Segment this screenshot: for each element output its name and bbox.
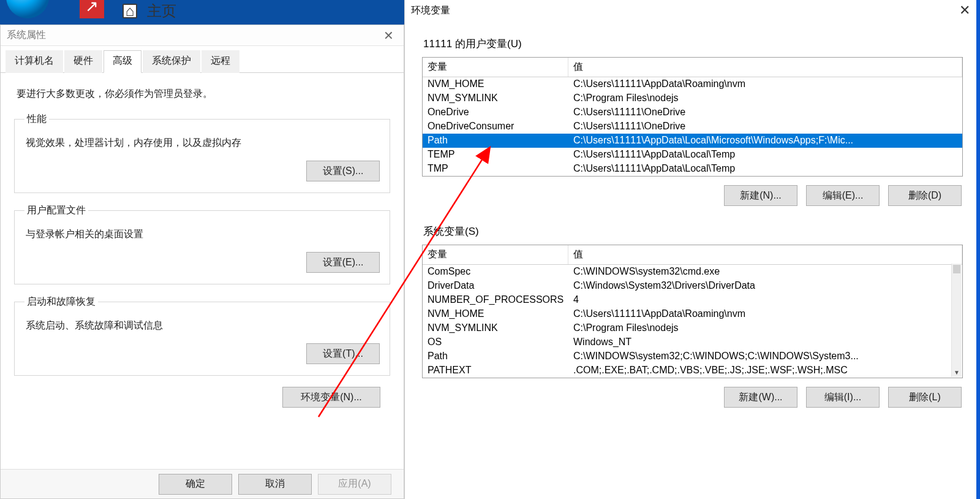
sysprop-tabs: 计算机名 硬件 高级 系统保护 远程 bbox=[1, 46, 404, 73]
sys-edit-button[interactable]: 编辑(I)... bbox=[806, 387, 880, 408]
table-row[interactable]: NUMBER_OF_PROCESSORS4 bbox=[423, 293, 951, 307]
val-cell: C:\Users\11111\AppData\Roaming\nvm bbox=[568, 307, 951, 321]
val-cell: 4 bbox=[568, 293, 951, 307]
var-cell: DriverData bbox=[423, 279, 568, 293]
scroll-down-icon[interactable]: ▼ bbox=[952, 367, 962, 377]
val-cell: C:\Program Files\nodejs bbox=[568, 91, 962, 105]
val-cell: C:\Users\11111\AppData\Local\Temp bbox=[568, 162, 962, 176]
right-window-border bbox=[976, 0, 980, 499]
table-row[interactable]: NVM_SYMLINKC:\Program Files\nodejs bbox=[423, 321, 951, 335]
sys-delete-button[interactable]: 删除(L) bbox=[888, 387, 962, 408]
var-cell: Path bbox=[423, 134, 568, 148]
profiles-group: 用户配置文件 与登录帐户相关的桌面设置 设置(E)... bbox=[14, 204, 390, 284]
user-edit-button[interactable]: 编辑(E)... bbox=[806, 185, 880, 206]
table-row[interactable]: OSWindows_NT bbox=[423, 335, 951, 349]
startup-desc: 系统启动、系统故障和调试信息 bbox=[26, 319, 380, 332]
performance-desc: 视觉效果，处理器计划，内存使用，以及虚拟内存 bbox=[26, 137, 380, 150]
system-properties-dialog: 系统属性 ✕ 计算机名 硬件 高级 系统保护 远程 要进行大多数更改，你必须作为… bbox=[0, 25, 404, 499]
var-cell: TEMP bbox=[423, 148, 568, 162]
environment-variables-button[interactable]: 环境变量(N)... bbox=[282, 387, 380, 408]
tab-advanced[interactable]: 高级 bbox=[104, 50, 141, 73]
profiles-legend: 用户配置文件 bbox=[24, 204, 88, 217]
var-cell: NVM_HOME bbox=[423, 77, 568, 91]
table-row[interactable]: ComSpecC:\WINDOWS\system32\cmd.exe bbox=[423, 265, 951, 279]
table-row[interactable]: NVM_HOMEC:\Users\11111\AppData\Roaming\n… bbox=[423, 77, 962, 91]
val-cell: C:\WINDOWS\system32\cmd.exe bbox=[568, 265, 951, 279]
environment-variables-dialog: 环境变量 ✕ 11111 的用户变量(U) 变量 值 NVM_HOMEC:\Us… bbox=[404, 0, 980, 499]
var-cell: ComSpec bbox=[423, 265, 568, 279]
val-cell: .COM;.EXE;.BAT;.CMD;.VBS;.VBE;.JS;.JSE;.… bbox=[568, 364, 951, 378]
startup-group: 启动和故障恢复 系统启动、系统故障和调试信息 设置(T)... bbox=[14, 295, 390, 376]
profiles-settings-button[interactable]: 设置(E)... bbox=[306, 252, 380, 273]
table-row[interactable]: NVM_SYMLINKC:\Program Files\nodejs bbox=[423, 91, 962, 105]
user-vars-label: 11111 的用户变量(U) bbox=[423, 37, 963, 51]
startup-settings-button[interactable]: 设置(T)... bbox=[306, 343, 380, 364]
var-cell: OneDrive bbox=[423, 105, 568, 120]
table-row[interactable]: PathC:\Users\11111\AppData\Local\Microso… bbox=[423, 134, 962, 148]
env-close-icon[interactable]: ✕ bbox=[956, 2, 974, 18]
var-cell: Path bbox=[423, 349, 568, 364]
performance-group: 性能 视觉效果，处理器计划，内存使用，以及虚拟内存 设置(S)... bbox=[14, 113, 390, 193]
val-cell: C:\Users\11111\OneDrive bbox=[568, 105, 962, 120]
table-row[interactable]: NVM_HOMEC:\Users\11111\AppData\Roaming\n… bbox=[423, 307, 951, 321]
user-vars-list[interactable]: 变量 值 NVM_HOMEC:\Users\11111\AppData\Roam… bbox=[422, 57, 963, 177]
performance-legend: 性能 bbox=[24, 113, 49, 126]
profiles-desc: 与登录帐户相关的桌面设置 bbox=[26, 228, 380, 241]
var-cell: TMP bbox=[423, 162, 568, 176]
tab-hardware[interactable]: 硬件 bbox=[64, 50, 102, 73]
env-title: 环境变量 bbox=[411, 4, 450, 17]
ok-button[interactable]: 确定 bbox=[159, 474, 232, 495]
home-icon: ⌂ bbox=[123, 4, 137, 18]
val-cell: C:\Users\11111\AppData\Roaming\nvm bbox=[568, 77, 962, 91]
edge-browser-icon bbox=[6, 0, 49, 18]
user-new-button[interactable]: 新建(N)... bbox=[724, 185, 797, 206]
sys-vars-list[interactable]: 变量 值 ComSpecC:\WINDOWS\system32\cmd.exeD… bbox=[422, 245, 963, 378]
var-cell: NUMBER_OF_PROCESSORS bbox=[423, 293, 568, 307]
cancel-button[interactable]: 取消 bbox=[238, 474, 312, 495]
tab-computer-name[interactable]: 计算机名 bbox=[6, 50, 63, 73]
var-cell: PATHEXT bbox=[423, 364, 568, 378]
sysprop-title: 系统属性 bbox=[7, 29, 46, 42]
val-cell: C:\Program Files\nodejs bbox=[568, 321, 951, 335]
val-cell: C:\Windows\System32\Drivers\DriverData bbox=[568, 279, 951, 293]
sys-vars-label: 系统变量(S) bbox=[423, 224, 963, 238]
col-val-header-sys[interactable]: 值 bbox=[568, 245, 962, 264]
table-row[interactable]: PATHEXT.COM;.EXE;.BAT;.CMD;.VBS;.VBE;.JS… bbox=[423, 364, 951, 378]
user-delete-button[interactable]: 删除(D) bbox=[888, 185, 962, 206]
var-cell: OS bbox=[423, 335, 568, 349]
table-row[interactable]: DriverDataC:\Windows\System32\Drivers\Dr… bbox=[423, 279, 951, 293]
sysprop-footer: 确定 取消 应用(A) bbox=[1, 469, 404, 498]
var-cell: OneDriveConsumer bbox=[423, 120, 568, 134]
sys-new-button[interactable]: 新建(W)... bbox=[724, 387, 797, 408]
var-cell: NVM_SYMLINK bbox=[423, 321, 568, 335]
val-cell: C:\Users\11111\AppData\Local\Microsoft\W… bbox=[568, 134, 962, 148]
tab-system-protection[interactable]: 系统保护 bbox=[143, 50, 200, 73]
scroll-thumb[interactable] bbox=[953, 265, 960, 273]
table-row[interactable]: TEMPC:\Users\11111\AppData\Local\Temp bbox=[423, 148, 962, 162]
col-var-header[interactable]: 变量 bbox=[423, 58, 568, 77]
var-cell: NVM_HOME bbox=[423, 307, 568, 321]
apply-button[interactable]: 应用(A) bbox=[318, 474, 391, 495]
val-cell: Windows_NT bbox=[568, 335, 951, 349]
performance-settings-button[interactable]: 设置(S)... bbox=[306, 161, 380, 181]
admin-note: 要进行大多数更改，你必须作为管理员登录。 bbox=[17, 88, 390, 101]
table-row[interactable]: OneDriveC:\Users\11111\OneDrive bbox=[423, 105, 962, 120]
shortcut-overlay-icon: ↗ bbox=[80, 0, 104, 18]
table-row[interactable]: PathC:\WINDOWS\system32;C:\WINDOWS;C:\WI… bbox=[423, 349, 951, 364]
val-cell: C:\Users\11111\OneDrive bbox=[568, 120, 962, 134]
tab-remote[interactable]: 远程 bbox=[202, 50, 239, 73]
col-val-header[interactable]: 值 bbox=[568, 58, 962, 77]
table-row[interactable]: TMPC:\Users\11111\AppData\Local\Temp bbox=[423, 162, 962, 176]
table-row[interactable]: OneDriveConsumerC:\Users\11111\OneDrive bbox=[423, 120, 962, 134]
desktop-background: ↗ ⌂ 主页 bbox=[0, 0, 404, 25]
sys-scrollbar[interactable]: ▲ ▼ bbox=[951, 264, 962, 377]
val-cell: C:\Users\11111\AppData\Local\Temp bbox=[568, 148, 962, 162]
sysprop-close-icon[interactable]: ✕ bbox=[380, 28, 398, 43]
val-cell: C:\WINDOWS\system32;C:\WINDOWS;C:\WINDOW… bbox=[568, 349, 951, 364]
startup-legend: 启动和故障恢复 bbox=[24, 295, 98, 308]
home-label: 主页 bbox=[147, 1, 176, 21]
var-cell: NVM_SYMLINK bbox=[423, 91, 568, 105]
col-var-header-sys[interactable]: 变量 bbox=[423, 245, 568, 264]
